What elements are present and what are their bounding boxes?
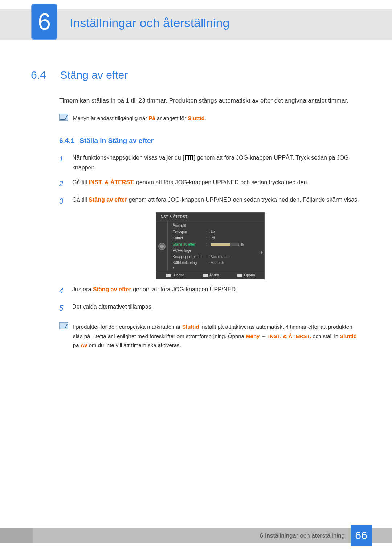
change-key-icon: ◂▸ xyxy=(203,274,208,277)
slider-icon xyxy=(211,243,239,246)
note-2: I produkter för den europeiska marknaden… xyxy=(59,322,361,350)
note-2-text: I produkter för den europeiska marknaden… xyxy=(73,322,361,350)
section-title: Stäng av efter xyxy=(60,69,128,81)
gear-icon xyxy=(159,243,165,250)
note-icon xyxy=(59,322,68,329)
step-5: 5 Det valda alternativet tillämpas. xyxy=(59,302,361,314)
menu-icon xyxy=(185,155,193,160)
note-1: Menyn är endast tillgänglig när På är an… xyxy=(59,114,361,123)
page-number-badge: 66 xyxy=(351,525,372,546)
osd-row: Sluttid:På xyxy=(168,235,264,241)
step-2: 2 Gå till INST. & ÅTERST. genom att föra… xyxy=(59,177,361,190)
osd-row: Knappupprepn.tid:Acceleration xyxy=(168,254,264,260)
down-arrow-icon: ▾ xyxy=(168,266,264,270)
note-icon xyxy=(59,114,68,121)
osd-row: Återställ xyxy=(168,223,264,229)
subsection-number: 6.4.1 xyxy=(59,137,74,145)
osd-title: INST. & ÅTERST. xyxy=(156,213,264,221)
back-key-icon: ◂▮ xyxy=(166,274,171,277)
page-content: 6.4 Stäng av efter Timern kan ställas in… xyxy=(31,69,361,350)
subsection-heading: 6.4.1 Ställa in Stäng av efter xyxy=(59,137,361,145)
osd-row: Källdetektering:Manuellt xyxy=(168,260,264,266)
osd-row: PC/AV-läge xyxy=(168,247,264,254)
step-4: 4 Justera Stäng av efter genom att föra … xyxy=(59,284,361,297)
subsection-title: Ställa in Stäng av efter xyxy=(79,137,154,145)
step-3: 3 Gå till Stäng av efter genom att föra … xyxy=(59,195,361,207)
steps-list: 1 När funktionsknappsguiden visas väljer… xyxy=(59,153,361,315)
osd-list: Återställ Eco-spar:Av Sluttid:På Stäng a… xyxy=(168,221,264,271)
section-number: 6.4 xyxy=(31,69,58,81)
right-arrow-icon xyxy=(261,251,263,254)
osd-screenshot: INST. & ÅTERST. Återställ Eco-spar:Av Sl… xyxy=(156,212,265,279)
osd-row-selected: Stäng av efter:4h xyxy=(168,241,264,247)
osd-sidebar xyxy=(156,221,168,271)
osd-footer: ◂▮Tillbaka ◂▸Ändra ↵Öppna xyxy=(156,271,264,279)
chapter-badge: 6 xyxy=(31,4,57,40)
chapter-title: Inställningar och återställning xyxy=(70,16,229,30)
note-1-text: Menyn är endast tillgänglig när På är an… xyxy=(73,114,206,123)
section-heading: 6.4 Stäng av efter xyxy=(31,69,361,81)
footer-accent xyxy=(0,528,33,543)
step-1: 1 När funktionsknappsguiden visas väljer… xyxy=(59,153,361,172)
intro-paragraph: Timern kan ställas in på 1 till 23 timma… xyxy=(59,96,361,106)
osd-row: Eco-spar:Av xyxy=(168,229,264,235)
footer-label: 6 Inställningar och återställning xyxy=(260,532,345,539)
chapter-number: 6 xyxy=(38,8,51,35)
open-key-icon: ↵ xyxy=(237,274,242,277)
